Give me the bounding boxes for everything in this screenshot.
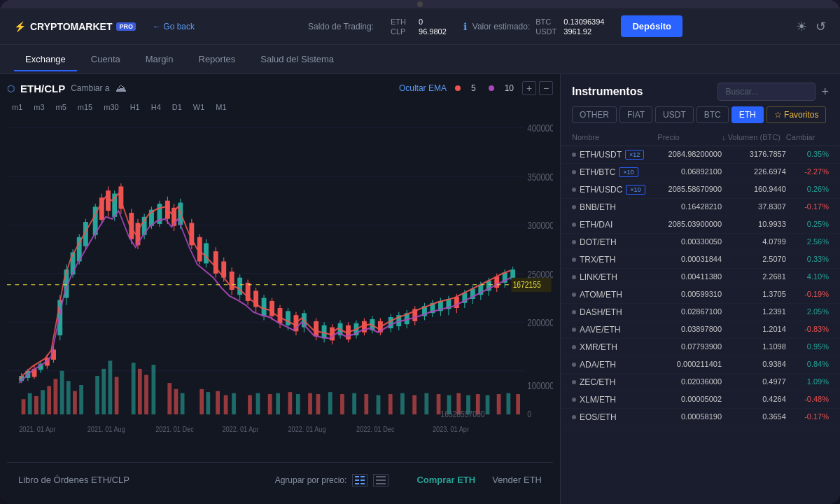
dot-icon (572, 240, 576, 244)
grid-btn-2[interactable] (373, 474, 388, 486)
table-row[interactable]: ADA/ETH 0.000211401 0.9384 0.84% (561, 356, 840, 374)
svg-rect-25 (108, 360, 113, 414)
col-volumen[interactable]: ↓ Volumen (BTC) (722, 133, 786, 141)
tab-usdt[interactable]: USDT (655, 106, 694, 123)
chart-type-icon[interactable]: ⛰ (115, 82, 127, 94)
tf-m15[interactable]: m15 (73, 101, 97, 113)
nav-margin[interactable]: Margin (134, 47, 185, 71)
svg-rect-26 (115, 377, 119, 414)
svg-rect-144 (314, 321, 318, 337)
refresh-icon[interactable]: ↺ (816, 19, 826, 34)
svg-text:2000000: 2000000 (527, 317, 553, 329)
nav-exchange[interactable]: Exchange (14, 47, 77, 71)
svg-rect-17 (47, 386, 51, 414)
inst-change: 0.33% (786, 255, 829, 265)
svg-rect-92 (106, 190, 111, 211)
col-precio: Precio (657, 133, 722, 141)
tab-other[interactable]: OTHER (572, 106, 617, 123)
saldo-values: ETH 0 CLP 96.9802 (391, 18, 447, 36)
table-row[interactable]: DOT/ETH 0.00330050 4.0799 2.56% (561, 234, 840, 251)
table-row[interactable]: ZEC/ETH 0.02036000 0.4977 1.09% (561, 374, 840, 391)
search-input[interactable] (718, 83, 816, 101)
instruments-title: Instrumentos (572, 85, 712, 98)
svg-rect-45 (308, 393, 312, 414)
svg-text:2022. 01 Apr: 2022. 01 Apr (222, 425, 258, 433)
chart-canvas: 4000000 3500000 3000000 2500000 2000000 … (7, 118, 553, 462)
sell-button[interactable]: Vender ETH (492, 475, 542, 485)
table-row[interactable]: XLM/ETH 0.00005002 0.4264 -0.48% (561, 391, 840, 409)
inst-vol: 226.6974 (722, 167, 786, 177)
dot-icon (572, 188, 576, 192)
inst-price: 0.00599310 (657, 290, 722, 300)
tf-m5[interactable]: m5 (51, 101, 71, 113)
table-row[interactable]: ETH/BTC ×10 0.06892100 226.6974 -2.27% (561, 164, 840, 181)
inst-name-eos-eth: EOS/ETH (572, 412, 657, 422)
inst-change: -2.27% (786, 167, 829, 177)
nav-salud[interactable]: Salud del Sistema (249, 47, 345, 71)
svg-rect-13 (22, 399, 26, 414)
table-row[interactable]: BNB/ETH 0.16428210 37.8307 -0.17% (561, 199, 840, 216)
svg-text:16528557000: 16528557000 (440, 409, 485, 419)
svg-rect-48 (340, 394, 344, 414)
table-row[interactable]: LINK/ETH 0.00411380 2.2681 4.10% (561, 269, 840, 286)
tf-h1[interactable]: H1 (125, 101, 145, 113)
nav-cuenta[interactable]: Cuenta (80, 47, 132, 71)
svg-rect-61 (486, 395, 490, 414)
tab-favoritos[interactable]: ☆ Favoritos (766, 106, 827, 123)
go-back-link[interactable]: ← Go back (153, 22, 195, 31)
svg-rect-30 (151, 365, 155, 414)
dot-icon (572, 328, 576, 332)
svg-rect-24 (102, 369, 106, 414)
ema2-label: 10 (505, 83, 514, 93)
table-row[interactable]: TRX/ETH 0.00031844 2.5070 0.33% (561, 251, 840, 269)
tf-m1-month[interactable]: M1 (211, 101, 231, 113)
buy-button[interactable]: Comprar ETH (416, 475, 475, 485)
tf-w1[interactable]: W1 (188, 101, 210, 113)
table-header: Nombre Precio ↓ Volumen (BTC) Cambiar (561, 129, 840, 146)
tf-m1[interactable]: m1 (7, 101, 27, 113)
inst-change: -0.17% (786, 412, 829, 422)
table-row[interactable]: ETH/USDT ×12 2084.98200000 3176.7857 0.3… (561, 146, 840, 164)
chart-symbol: ETH/CLP (20, 83, 65, 94)
zoom-in-button[interactable]: + (522, 81, 536, 95)
dot-icon (572, 415, 576, 419)
deposito-button[interactable]: Depósito (621, 15, 682, 37)
zoom-out-button[interactable]: − (539, 81, 553, 95)
dot-icon (572, 398, 576, 402)
tf-d1[interactable]: D1 (167, 101, 187, 113)
valor-values: BTC 0.13096394 USDT 3961.92 (536, 18, 604, 36)
svg-text:2021. 01 Aug: 2021. 01 Aug (88, 425, 125, 433)
grid-btn-1[interactable] (352, 474, 368, 486)
expand-icon[interactable]: + (821, 85, 829, 99)
inst-name-eth-usdt: ETH/USDT ×12 (572, 150, 657, 160)
nav-reportes[interactable]: Reportes (188, 47, 247, 71)
inst-vol: 4.0799 (722, 237, 786, 247)
svg-rect-39 (248, 395, 252, 414)
tf-h4[interactable]: H4 (146, 101, 166, 113)
inst-change: -0.17% (786, 202, 829, 212)
cambiar-a-label: Cambiar a (71, 83, 109, 93)
svg-text:2023. 01 Apr: 2023. 01 Apr (433, 425, 469, 433)
inst-vol: 0.4977 (722, 377, 786, 387)
table-row[interactable]: XMR/ETH 0.07793900 1.1098 0.95% (561, 339, 840, 356)
table-row[interactable]: ETH/DAI 2085.03900000 10.9933 0.25% (561, 216, 840, 234)
table-row[interactable]: ATOM/ETH 0.00599310 1.3705 -0.19% (561, 286, 840, 304)
col-nombre: Nombre (572, 133, 657, 141)
ema-toggle[interactable]: Ocultar EMA (399, 83, 447, 93)
tab-fiat[interactable]: FIAT (620, 106, 652, 123)
table-row[interactable]: EOS/ETH 0.00058190 0.3654 -0.17% (561, 409, 840, 426)
tf-m3[interactable]: m3 (29, 101, 49, 113)
bolt-icon: ⚡ (14, 21, 26, 32)
inst-price: 0.00330050 (657, 237, 722, 247)
theme-icon[interactable]: ☀ (796, 19, 807, 34)
tf-m30[interactable]: m30 (99, 101, 123, 113)
table-row[interactable]: ETH/USDC ×10 2085.58670900 160.9440 0.26… (561, 181, 840, 199)
inst-price: 0.00005002 (657, 395, 722, 405)
tab-eth[interactable]: ETH (732, 106, 764, 123)
svg-text:3500000: 3500000 (527, 171, 553, 183)
table-row[interactable]: AAVE/ETH 0.03897800 1.2014 -0.83% (561, 321, 840, 339)
table-row[interactable]: DASH/ETH 0.02867100 1.2391 2.05% (561, 304, 840, 321)
inst-change: -0.48% (786, 395, 829, 405)
tab-btc[interactable]: BTC (696, 106, 729, 123)
dot-icon (572, 310, 576, 314)
